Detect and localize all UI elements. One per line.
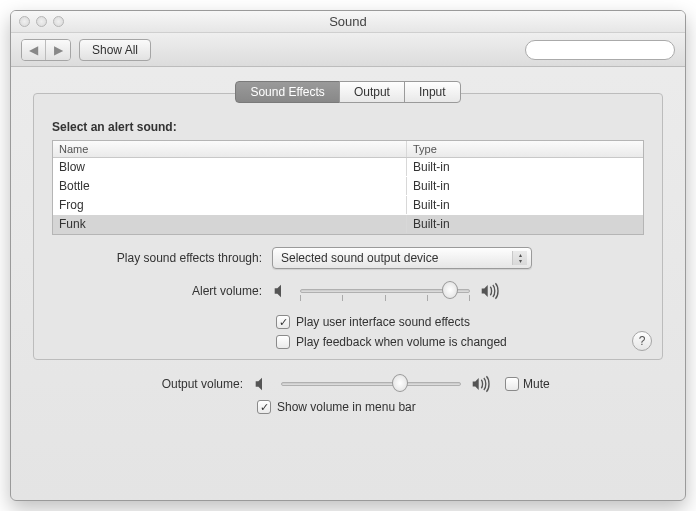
window-title: Sound [329, 14, 367, 29]
cell-name: Frog [53, 196, 407, 214]
cell-type: Built-in [407, 177, 643, 195]
zoom-icon[interactable] [53, 16, 64, 27]
cell-type: Built-in [407, 196, 643, 214]
output-volume-label: Output volume: [33, 377, 243, 391]
feedback-row: Play feedback when volume is changed [52, 335, 644, 349]
table-row[interactable]: Blow Built-in [53, 158, 643, 177]
minimize-icon[interactable] [36, 16, 47, 27]
sound-preferences-window: Sound ◀ ▶ Show All Sound Effects Output … [10, 10, 686, 501]
tab-input[interactable]: Input [404, 81, 461, 103]
effects-through-row: Play sound effects through: Selected sou… [52, 247, 644, 269]
alert-sound-table[interactable]: Name Type Blow Built-in Bottle Built-in … [52, 140, 644, 235]
feedback-label: Play feedback when volume is changed [296, 335, 507, 349]
col-type-header[interactable]: Type [407, 141, 643, 157]
back-button[interactable]: ◀ [22, 40, 46, 60]
speaker-high-icon [480, 281, 504, 301]
content: Sound Effects Output Input Select an ale… [11, 67, 685, 424]
search-input[interactable] [525, 40, 675, 60]
feedback-checkbox[interactable] [276, 335, 290, 349]
output-volume-slider[interactable] [281, 374, 461, 394]
effects-through-label: Play sound effects through: [52, 251, 262, 265]
col-name-header[interactable]: Name [53, 141, 407, 157]
table-row[interactable]: Funk Built-in [53, 215, 643, 234]
table-header: Name Type [53, 141, 643, 158]
cell-name: Bottle [53, 177, 407, 195]
tabs: Sound Effects Output Input [33, 81, 663, 103]
show-all-button[interactable]: Show All [79, 39, 151, 61]
menubar-row: ✓ Show volume in menu bar [33, 400, 663, 414]
cell-name: Funk [53, 215, 407, 233]
tab-output[interactable]: Output [339, 81, 405, 103]
speaker-high-icon [471, 374, 495, 394]
play-ui-sounds-label: Play user interface sound effects [296, 315, 470, 329]
mute-checkbox[interactable] [505, 377, 519, 391]
alert-sound-heading: Select an alert sound: [52, 120, 644, 134]
mute-wrap: Mute [505, 377, 550, 391]
help-button[interactable]: ? [632, 331, 652, 351]
alert-volume-row: Alert volume: [52, 281, 644, 301]
cell-type: Built-in [407, 158, 643, 176]
output-volume-row: Output volume: Mute [33, 374, 663, 394]
table-row[interactable]: Bottle Built-in [53, 177, 643, 196]
effects-through-popup[interactable]: Selected sound output device ▴▾ [272, 247, 532, 269]
titlebar: Sound [11, 11, 685, 33]
close-icon[interactable] [19, 16, 30, 27]
table-row[interactable]: Frog Built-in [53, 196, 643, 215]
mute-label: Mute [523, 377, 550, 391]
panel: Select an alert sound: Name Type Blow Bu… [33, 93, 663, 360]
speaker-low-icon [272, 282, 290, 300]
alert-volume-slider[interactable] [300, 281, 470, 301]
search-wrap [525, 40, 675, 60]
menubar-checkbox[interactable]: ✓ [257, 400, 271, 414]
nav-back-forward: ◀ ▶ [21, 39, 71, 61]
speaker-low-icon [253, 375, 271, 393]
forward-button[interactable]: ▶ [46, 40, 70, 60]
alert-volume-label: Alert volume: [52, 284, 262, 298]
cell-name: Blow [53, 158, 407, 176]
chevron-up-down-icon: ▴▾ [515, 251, 525, 265]
tab-sound-effects[interactable]: Sound Effects [235, 81, 340, 103]
window-controls [19, 16, 64, 27]
menubar-label: Show volume in menu bar [277, 400, 416, 414]
effects-through-value: Selected sound output device [281, 251, 438, 265]
play-ui-sounds-checkbox[interactable]: ✓ [276, 315, 290, 329]
toolbar: ◀ ▶ Show All [11, 33, 685, 67]
play-ui-sounds-row: ✓ Play user interface sound effects [52, 315, 644, 329]
cell-type: Built-in [407, 215, 643, 233]
